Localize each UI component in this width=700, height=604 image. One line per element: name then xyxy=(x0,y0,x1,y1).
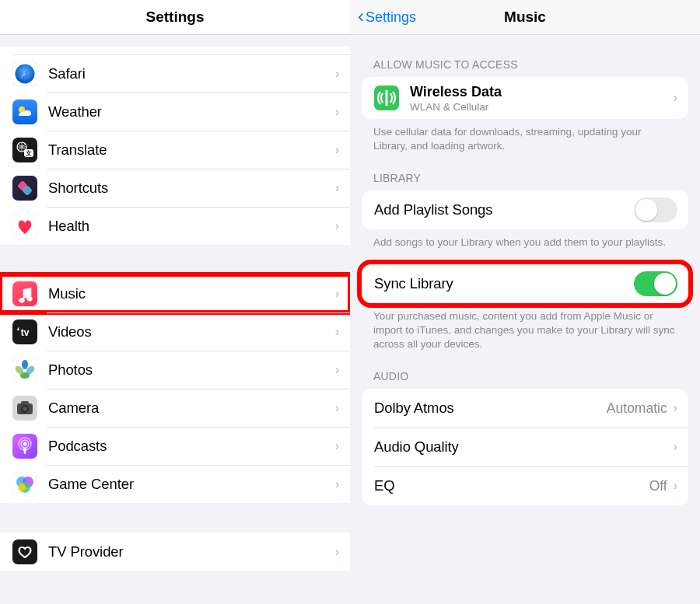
settings-row-shortcuts[interactable]: Shortcuts › xyxy=(0,169,350,207)
svg-point-5 xyxy=(19,106,25,113)
chevron-right-icon: › xyxy=(335,143,339,157)
settings-row-tvprovider[interactable]: TV Provider › xyxy=(0,532,350,571)
row-label: Translate xyxy=(48,141,335,159)
section-header-audio: AUDIO xyxy=(350,351,700,389)
svg-text:文: 文 xyxy=(25,150,32,157)
row-label: Game Center xyxy=(48,476,335,493)
row-label: Dolby Atmos xyxy=(374,400,607,417)
toggle-add-playlist[interactable] xyxy=(634,197,677,222)
gamecenter-icon xyxy=(12,472,37,497)
back-label: Settings xyxy=(366,9,416,26)
chevron-right-icon: › xyxy=(335,545,339,559)
chevron-right-icon: › xyxy=(335,439,339,453)
wireless-sub: WLAN & Cellular xyxy=(410,101,674,113)
chevron-right-icon: › xyxy=(335,219,339,233)
row-label: Sync Library xyxy=(374,275,634,292)
svg-point-34 xyxy=(23,442,27,445)
row-label: Audio Quality xyxy=(374,438,674,456)
settings-row-safari[interactable]: Safari › xyxy=(0,54,350,93)
chevron-left-icon: ‹ xyxy=(358,7,364,26)
svg-text:tv: tv xyxy=(21,327,30,338)
chevron-right-icon: › xyxy=(674,440,677,454)
add-playlist-footer: Add songs to your Library when you add t… xyxy=(350,229,700,250)
chevron-right-icon: › xyxy=(335,325,339,339)
row-label: EQ xyxy=(374,477,649,494)
section-header-library: LIBRARY xyxy=(350,153,700,190)
shortcuts-icon xyxy=(12,176,37,201)
row-label: Safari xyxy=(48,65,335,82)
row-label: Add Playlist Songs xyxy=(374,201,634,218)
music-header: ‹ Settings Music xyxy=(350,0,700,35)
wireless-icon xyxy=(374,86,399,110)
row-label: TV Provider xyxy=(48,543,335,560)
library-group-2: Sync Library xyxy=(362,264,688,303)
translate-icon: 文 xyxy=(12,138,37,162)
row-add-playlist-songs[interactable]: Add Playlist Songs xyxy=(362,190,688,229)
chevron-right-icon: › xyxy=(674,91,677,105)
chevron-right-icon: › xyxy=(335,401,339,415)
row-label: Videos xyxy=(48,323,335,340)
row-label: Photos xyxy=(48,361,335,379)
settings-row-gamecenter[interactable]: Game Center › xyxy=(0,465,350,503)
settings-row-videos[interactable]: tv Videos › xyxy=(0,312,350,351)
row-wireless-data[interactable]: Wireless Data WLAN & Cellular › xyxy=(362,77,688,119)
chevron-right-icon: › xyxy=(335,181,339,195)
row-eq[interactable]: EQ Off › xyxy=(362,466,688,505)
row-label: Camera xyxy=(48,400,335,417)
health-icon xyxy=(12,214,37,239)
row-label: Health xyxy=(48,218,335,235)
settings-row-camera[interactable]: Camera › xyxy=(0,389,350,427)
chevron-right-icon: › xyxy=(335,287,339,301)
music-icon xyxy=(12,281,37,306)
row-sync-library[interactable]: Sync Library xyxy=(362,264,688,303)
sync-library-footer: Your purchased music, content you add fr… xyxy=(350,303,700,352)
camera-icon xyxy=(12,396,37,421)
row-label: Weather xyxy=(48,103,335,120)
row-value: Off xyxy=(649,478,667,494)
music-settings-pane: ‹ Settings Music ALLOW MUSIC TO ACCESS W… xyxy=(350,0,700,604)
photos-icon xyxy=(12,358,37,382)
section-header-access: ALLOW MUSIC TO ACCESS xyxy=(350,35,700,77)
chevron-right-icon: › xyxy=(335,105,339,119)
svg-point-39 xyxy=(18,484,26,491)
settings-group-1: Safari › Weather › 文 Translate › xyxy=(0,47,350,245)
svg-rect-40 xyxy=(12,539,37,564)
settings-row-health[interactable]: Health › xyxy=(0,207,350,245)
weather-icon xyxy=(12,100,37,124)
tvprovider-icon xyxy=(12,539,37,564)
wireless-title: Wireless Data xyxy=(410,84,674,100)
settings-group-3: TV Provider › xyxy=(0,532,350,571)
row-label: Music xyxy=(48,285,335,302)
svg-rect-42 xyxy=(386,90,388,106)
svg-rect-28 xyxy=(21,401,29,405)
videos-icon: tv xyxy=(12,319,37,344)
chevron-right-icon: › xyxy=(674,401,677,415)
chevron-right-icon: › xyxy=(674,479,677,493)
settings-group-2: Music › tv Videos › Photos › xyxy=(0,274,350,503)
audio-group: Dolby Atmos Automatic › Audio Quality › … xyxy=(362,389,688,505)
chevron-right-icon: › xyxy=(335,363,339,377)
access-footer: Use cellular data for downloads, streami… xyxy=(350,119,700,153)
settings-title: Settings xyxy=(146,9,205,26)
row-label: Podcasts xyxy=(48,438,335,455)
back-button[interactable]: ‹ Settings xyxy=(358,9,416,26)
settings-header: Settings xyxy=(0,0,350,35)
row-label: Shortcuts xyxy=(48,180,335,197)
chevron-right-icon: › xyxy=(335,67,339,81)
settings-row-podcasts[interactable]: Podcasts › xyxy=(0,427,350,465)
settings-row-translate[interactable]: 文 Translate › xyxy=(0,131,350,169)
toggle-sync-library[interactable] xyxy=(634,271,677,296)
library-group-1: Add Playlist Songs xyxy=(362,190,688,229)
settings-row-photos[interactable]: Photos › xyxy=(0,351,350,389)
settings-row-weather[interactable]: Weather › xyxy=(0,93,350,131)
row-dolby-atmos[interactable]: Dolby Atmos Automatic › xyxy=(362,389,688,428)
svg-point-22 xyxy=(22,360,28,369)
podcasts-icon xyxy=(12,434,37,459)
settings-row-music[interactable]: Music › xyxy=(0,274,350,312)
music-title: Music xyxy=(504,9,546,26)
row-audio-quality[interactable]: Audio Quality › xyxy=(362,428,688,466)
svg-point-30 xyxy=(23,407,27,411)
chevron-right-icon: › xyxy=(335,477,339,491)
settings-pane: Settings Safari › Weather › xyxy=(0,0,350,604)
row-value: Automatic xyxy=(607,400,667,417)
